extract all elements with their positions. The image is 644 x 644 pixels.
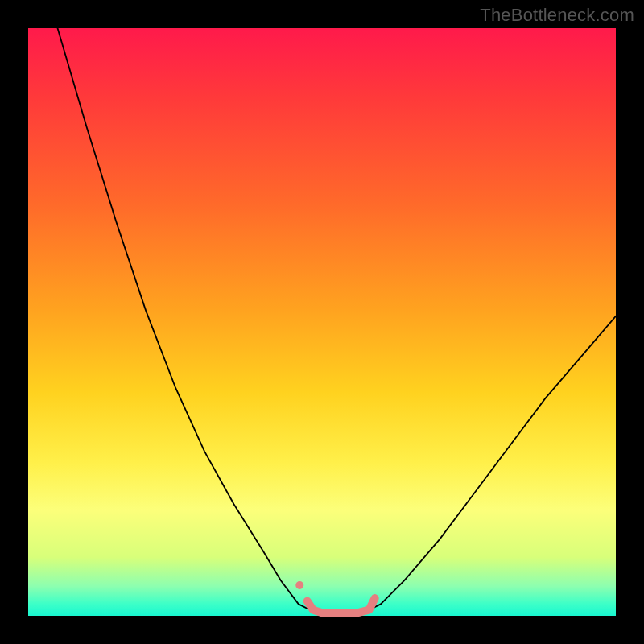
watermark-text: TheBottleneck.com xyxy=(480,5,634,26)
chart-frame: TheBottleneck.com xyxy=(0,0,644,644)
series-left-curve xyxy=(58,28,311,610)
plot-area xyxy=(28,28,616,616)
series-right-curve xyxy=(369,316,616,610)
plot-svg xyxy=(28,28,616,616)
marker-pink-dot xyxy=(295,581,303,589)
series-pink-bottom xyxy=(308,598,375,613)
